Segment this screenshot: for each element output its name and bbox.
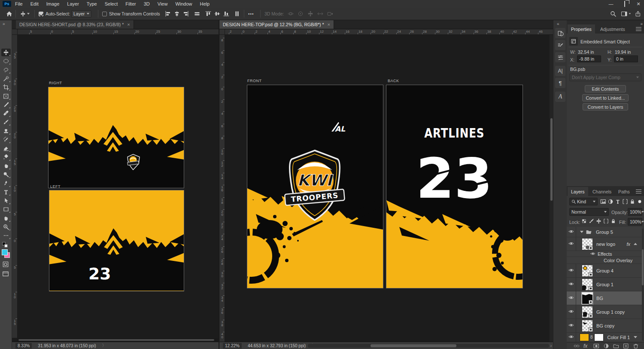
tool-zoom-icon[interactable] — [1, 223, 11, 231]
artboard-label[interactable]: LEFT — [50, 184, 61, 189]
layer-thumbnail[interactable] — [582, 320, 592, 331]
workspace-icon[interactable] — [620, 8, 629, 20]
dock-panel-brush-settings-icon[interactable] — [555, 40, 565, 50]
tool-paint-bucket-icon[interactable] — [1, 153, 11, 161]
layer-row[interactable]: Group 1 — [567, 278, 642, 291]
collapse-dock-icon[interactable]: « — [557, 21, 559, 26]
layer-row[interactable]: 8 Color Fill 1 — [567, 333, 642, 342]
layer-row[interactable]: Effects — [567, 251, 642, 257]
tool-eraser-icon[interactable] — [1, 144, 11, 152]
menu-item-select[interactable]: Select — [101, 0, 122, 8]
group-expand-icon[interactable] — [580, 231, 583, 233]
status-chevron-icon[interactable]: 〉 — [102, 343, 106, 349]
scroll-right-icon[interactable]: › — [550, 343, 552, 348]
layer-thumbnail[interactable] — [582, 239, 592, 250]
new-layer-icon[interactable] — [623, 343, 629, 349]
tool-hand-icon[interactable] — [1, 214, 11, 222]
layer-row[interactable]: Group 1 copy — [567, 305, 642, 319]
blend-mode-dropdown[interactable]: Normal — [569, 208, 609, 216]
layer-thumbnail[interactable] — [582, 265, 592, 276]
mask-link-icon[interactable]: 8 — [590, 335, 593, 340]
fill-color-swatch[interactable] — [580, 334, 589, 341]
dock-panel-paragraph-icon[interactable]: ¶ — [555, 78, 565, 88]
delete-layer-icon[interactable] — [633, 343, 639, 349]
zoom-level[interactable]: 8.33% — [15, 343, 32, 349]
layer-visibility-toggle[interactable] — [567, 319, 576, 332]
artboard-label[interactable]: BACK — [388, 79, 399, 83]
auto-select-checkbox[interactable] — [39, 8, 43, 20]
layer-visibility-toggle[interactable] — [567, 237, 576, 251]
lock-pixels-icon[interactable] — [589, 218, 594, 225]
dock-panel-brushes-icon[interactable] — [555, 52, 565, 62]
effects-visibility-toggle[interactable] — [589, 251, 597, 257]
link-layers-icon[interactable] — [574, 343, 580, 349]
layer-style-icon[interactable]: fx — [583, 343, 587, 349]
tool-type-icon[interactable] — [1, 188, 11, 196]
tool-brush-icon[interactable] — [1, 118, 11, 126]
lock-all-icon[interactable] — [611, 218, 616, 225]
lock-transparent-icon[interactable] — [581, 218, 587, 225]
edit-contents-button[interactable]: Edit Contents — [585, 85, 626, 92]
layer-thumbnail[interactable] — [582, 293, 592, 304]
filter-type-icon[interactable] — [615, 199, 621, 205]
tool-magic-wand-icon[interactable] — [1, 75, 11, 83]
quick-mask-icon[interactable] — [2, 261, 9, 269]
lock-position-icon[interactable] — [596, 218, 601, 225]
tool-history-brush-icon[interactable] — [1, 136, 11, 144]
tool-lasso-icon[interactable] — [1, 66, 11, 74]
menu-item-filter[interactable]: Filter — [122, 0, 140, 8]
menu-item-file[interactable]: File — [11, 0, 27, 8]
tool-pen-icon[interactable] — [1, 180, 11, 187]
tool-move-icon[interactable] — [1, 49, 11, 56]
align-bottom-icon[interactable] — [222, 8, 230, 20]
tab-layers[interactable]: Layers — [568, 187, 588, 196]
tool-crop-icon[interactable] — [1, 83, 11, 91]
home-icon[interactable] — [4, 8, 14, 20]
filter-toggle-icon[interactable] — [637, 199, 643, 205]
restore-button[interactable] — [622, 1, 628, 6]
tool-dodge-icon[interactable] — [1, 171, 11, 178]
layer-visibility-toggle[interactable] — [567, 227, 576, 237]
search-icon[interactable] — [609, 8, 617, 20]
default-colors-bg-icon[interactable] — [4, 244, 8, 248]
filter-shape-icon[interactable] — [622, 199, 628, 205]
collapse-effects-icon[interactable] — [634, 243, 637, 245]
expand-fill-icon[interactable] — [634, 336, 637, 338]
zoom-level[interactable]: 12.22% — [223, 343, 242, 349]
filter-adjustment-icon[interactable] — [608, 199, 614, 205]
new-group-icon[interactable] — [613, 343, 619, 349]
tool-eyedropper-icon[interactable] — [1, 101, 11, 109]
dock-panel-history-panel-icon[interactable] — [555, 28, 565, 38]
layer-visibility-toggle[interactable] — [567, 333, 576, 342]
more-options-icon[interactable]: ••• — [248, 8, 254, 20]
horizontal-scrollbar[interactable] — [308, 344, 549, 348]
layer-row[interactable]: Group 4 — [567, 264, 642, 278]
minimize-button[interactable]: — — [608, 1, 614, 6]
expand-panels-icon[interactable]: » — [640, 21, 642, 26]
horizontal-scrollbar[interactable] — [18, 338, 219, 342]
dock-panel-character-icon[interactable]: A| — [555, 66, 565, 76]
panel-menu-icon[interactable] — [636, 27, 641, 31]
tool-path-selection-icon[interactable] — [1, 197, 11, 205]
document-tab[interactable]: DESIGN HERE-TOP.psd @ 12.2% (BG, RGB/8*)… — [219, 20, 334, 29]
show-transform-checkbox[interactable] — [102, 8, 107, 20]
layers-menu-icon[interactable] — [636, 190, 641, 193]
layer-row[interactable]: Color Overlay — [567, 257, 642, 264]
layer-row[interactable]: BG — [567, 291, 642, 305]
screen-mode-icon[interactable] — [2, 270, 9, 278]
tool-edit-toolbar-icon[interactable] — [1, 232, 11, 239]
opacity-dropdown[interactable]: 100% — [628, 208, 642, 216]
tool-smudge-icon[interactable] — [1, 162, 11, 170]
layer-visibility-toggle[interactable] — [567, 291, 576, 305]
layer-mask-thumbnail[interactable] — [594, 334, 604, 341]
layer-fx-label[interactable]: fx — [626, 242, 630, 247]
tab-overflow-icon[interactable]: » — [3, 21, 5, 26]
auto-select-target-dropdown[interactable]: Layer — [71, 10, 91, 18]
add-mask-icon[interactable] — [593, 343, 599, 349]
menu-item-edit[interactable]: Edit — [27, 0, 43, 8]
layer-row[interactable]: BG copy — [567, 319, 642, 333]
y-position-field[interactable]: 0 in — [614, 55, 638, 62]
tab-channels[interactable]: Channels — [589, 187, 615, 196]
close-button[interactable]: ✕ — [635, 1, 641, 7]
tool-frame-icon[interactable] — [1, 92, 11, 100]
